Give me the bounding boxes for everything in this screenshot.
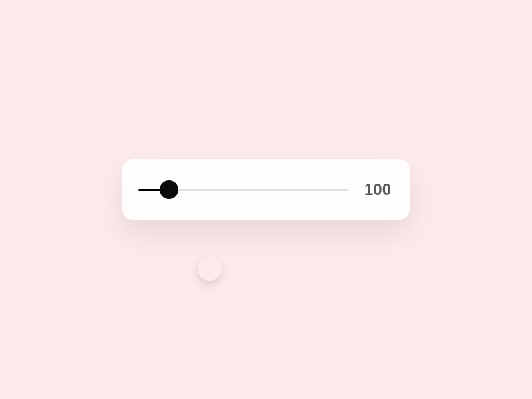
slider-card: 100 xyxy=(122,159,410,220)
theme-toggle-button[interactable] xyxy=(198,257,221,281)
slider-thumb[interactable] xyxy=(160,180,178,199)
slider[interactable] xyxy=(138,180,348,200)
slider-value: 100 xyxy=(362,180,391,199)
